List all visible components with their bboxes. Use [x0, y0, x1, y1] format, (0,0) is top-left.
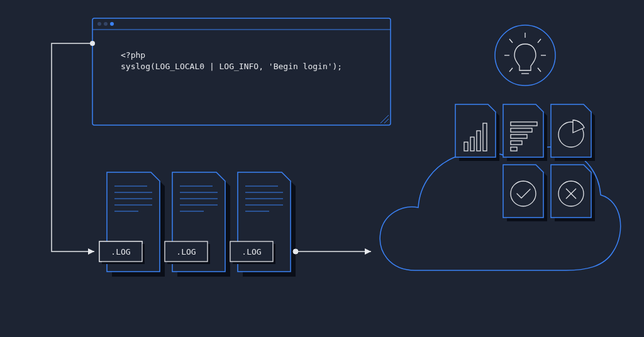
- svg-line-32: [509, 39, 513, 43]
- svg-line-37: [538, 68, 541, 72]
- report-horizontal-bars: [503, 104, 547, 161]
- log-badge-label: .LOG: [176, 247, 196, 257]
- log-file-3: .LOG: [230, 172, 296, 277]
- log-file-2: .LOG: [165, 172, 230, 277]
- code-line-1: <?php: [121, 50, 145, 60]
- log-badge-label: .LOG: [111, 247, 130, 257]
- report-cross: [551, 165, 595, 221]
- svg-line-2: [380, 115, 389, 123]
- svg-line-3: [384, 119, 389, 123]
- code-line-2: syslog(LOG_LOCAL0 | LOG_INFO, 'Begin log…: [121, 62, 342, 71]
- lightbulb-icon: [495, 25, 555, 86]
- window-dot-icon: [97, 22, 101, 26]
- log-file-1: .LOG: [99, 172, 165, 277]
- terminal-window: <?php syslog(LOG_LOCAL0 | LOG_INFO, 'Beg…: [92, 18, 391, 125]
- window-dot-icon: [104, 22, 108, 26]
- connector-logs-to-cloud: [293, 248, 371, 255]
- svg-line-36: [509, 68, 513, 72]
- svg-line-33: [538, 39, 541, 43]
- window-dot-icon: [110, 22, 114, 26]
- report-check: [503, 165, 547, 221]
- diagram-canvas: <?php syslog(LOG_LOCAL0 | LOG_INFO, 'Beg…: [0, 0, 644, 337]
- connector-terminal-to-logs: [52, 41, 95, 255]
- report-pie-chart: [551, 104, 595, 161]
- report-bar-chart: [455, 104, 499, 161]
- log-badge-label: .LOG: [242, 247, 261, 257]
- svg-rect-0: [92, 18, 391, 125]
